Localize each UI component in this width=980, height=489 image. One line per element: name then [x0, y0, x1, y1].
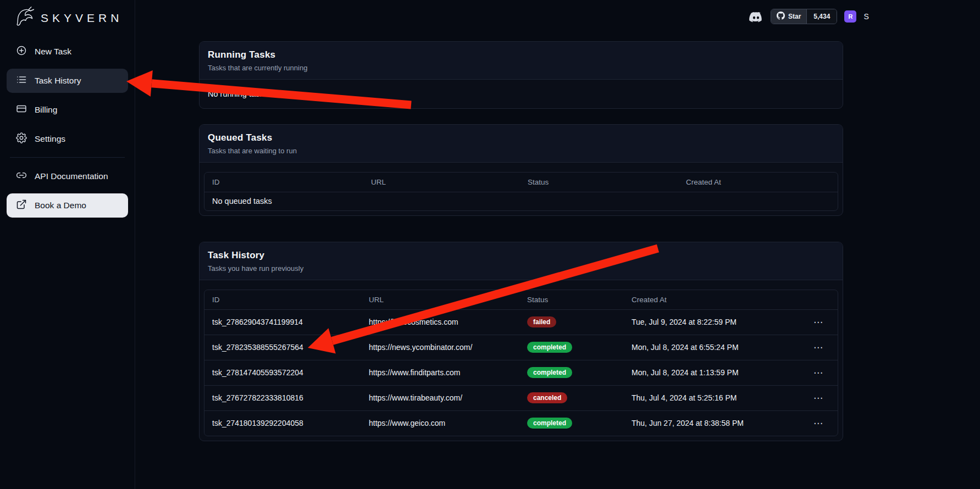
- table-row[interactable]: tsk_278235388555267564 https://news.ycom…: [204, 335, 838, 360]
- gear-icon: [16, 132, 27, 146]
- card-subtitle: Tasks you have run previously: [208, 264, 834, 273]
- github-star-button[interactable]: Star 5,434: [771, 9, 837, 24]
- column-header-id: ID: [204, 173, 363, 192]
- discord-icon[interactable]: [749, 11, 763, 23]
- row-menu-icon[interactable]: ⋯: [809, 341, 828, 354]
- task-history-card: Task History Tasks you have run previous…: [199, 242, 843, 442]
- status-badge: failed: [527, 316, 556, 327]
- task-created-at: Tue, Jul 9, 2024 at 8:22:59 PM: [624, 309, 801, 335]
- task-id: tsk_276727822333810816: [204, 385, 361, 410]
- queued-tasks-table: ID URL Status Created At No queued tasks: [204, 172, 838, 211]
- main-content: Running Tasks Tasks that are currently r…: [199, 0, 843, 441]
- table-row[interactable]: tsk_274180139292204058 https://www.geico…: [204, 410, 838, 436]
- topbar: Star 5,434 R S: [749, 9, 869, 24]
- queued-tasks-empty-text: No queued tasks: [204, 192, 838, 210]
- queued-tasks-card: Queued Tasks Tasks that are waiting to r…: [199, 124, 843, 216]
- status-badge: completed: [527, 367, 572, 378]
- running-tasks-header: Running Tasks Tasks that are currently r…: [200, 42, 843, 80]
- sidebar-item-task-history[interactable]: Task History: [7, 69, 128, 93]
- column-header-url: URL: [361, 290, 519, 310]
- column-header-url: URL: [363, 173, 520, 192]
- task-url: https://www.tirabeauty.com/: [361, 385, 519, 410]
- status-badge: completed: [527, 418, 572, 429]
- table-row[interactable]: tsk_278147405593572204 https://www.findi…: [204, 360, 838, 385]
- card-title: Task History: [208, 250, 834, 261]
- credit-card-icon: [16, 103, 27, 116]
- table-row[interactable]: tsk_278629043741199914 https://kyliecosm…: [204, 309, 838, 335]
- task-created-at: Thu, Jun 27, 2024 at 8:38:58 PM: [624, 410, 801, 436]
- card-title: Queued Tasks: [208, 132, 834, 143]
- sidebar: SKYVERN New Task Task History Billing: [0, 0, 135, 489]
- sidebar-item-label: Billing: [35, 105, 57, 115]
- sidebar-item-label: Settings: [35, 134, 65, 144]
- card-subtitle: Tasks that are waiting to run: [208, 147, 834, 155]
- column-header-created: Created At: [678, 173, 838, 192]
- task-created-at: Mon, Jul 8, 2024 at 6:55:24 PM: [624, 335, 801, 360]
- column-header-actions: [801, 290, 838, 310]
- column-header-status: Status: [519, 290, 624, 310]
- github-icon: [777, 12, 785, 21]
- github-star-label: Star: [788, 13, 801, 20]
- sidebar-divider: [10, 157, 125, 158]
- external-link-icon: [16, 199, 27, 212]
- column-header-created: Created At: [624, 290, 801, 310]
- status-badge: canceled: [527, 392, 567, 403]
- sidebar-item-settings[interactable]: Settings: [7, 127, 128, 151]
- app-root: SKYVERN New Task Task History Billing: [0, 0, 980, 489]
- plus-circle-icon: [16, 45, 27, 58]
- task-url: https://www.geico.com: [361, 410, 519, 436]
- sidebar-item-billing[interactable]: Billing: [7, 98, 128, 122]
- app-title: SKYVERN: [41, 12, 123, 25]
- task-id: tsk_278629043741199914: [204, 309, 361, 335]
- running-tasks-card: Running Tasks Tasks that are currently r…: [199, 41, 843, 109]
- link-icon: [16, 170, 27, 183]
- task-url: https://www.finditparts.com: [361, 360, 519, 385]
- row-menu-icon[interactable]: ⋯: [809, 315, 828, 329]
- empty-row: No queued tasks: [204, 192, 838, 210]
- task-url: https://news.ycombinator.com/: [361, 335, 519, 360]
- running-tasks-empty-text: No running tasks: [200, 80, 843, 108]
- row-menu-icon[interactable]: ⋯: [809, 366, 828, 380]
- sidebar-item-new-task[interactable]: New Task: [7, 40, 128, 64]
- queued-tasks-header: Queued Tasks Tasks that are waiting to r…: [200, 125, 843, 163]
- task-created-at: Thu, Jul 4, 2024 at 5:25:16 PM: [624, 385, 801, 410]
- sidebar-item-label: Book a Demo: [35, 201, 86, 210]
- task-created-at: Mon, Jul 8, 2024 at 1:13:59 PM: [624, 360, 801, 385]
- sidebar-item-label: API Documentation: [35, 171, 108, 181]
- card-title: Running Tasks: [208, 49, 834, 60]
- github-star-count: 5,434: [806, 9, 837, 24]
- sidebar-nav: New Task Task History Billing Settings: [0, 40, 135, 218]
- task-history-header: Task History Tasks you have run previous…: [200, 242, 843, 280]
- sidebar-item-book-a-demo[interactable]: Book a Demo: [7, 193, 128, 218]
- list-icon: [16, 74, 27, 87]
- task-id: tsk_278147405593572204: [204, 360, 361, 385]
- task-id: tsk_274180139292204058: [204, 410, 361, 436]
- column-header-id: ID: [204, 290, 361, 310]
- sidebar-item-api-documentation[interactable]: API Documentation: [7, 164, 128, 188]
- sidebar-item-label: New Task: [35, 47, 71, 57]
- column-header-status: Status: [520, 173, 678, 192]
- task-url: https://kyliecosmetics.com: [361, 309, 519, 335]
- task-history-table: ID URL Status Created At tsk_27862904374…: [204, 290, 838, 437]
- user-avatar[interactable]: R: [844, 10, 856, 23]
- skyvern-logo[interactable]: SKYVERN: [0, 0, 135, 31]
- status-badge: completed: [527, 342, 572, 353]
- card-subtitle: Tasks that are currently running: [208, 64, 834, 72]
- skyvern-dragon-icon: [12, 5, 36, 31]
- clipped-username-text: S: [863, 12, 868, 21]
- task-id: tsk_278235388555267564: [204, 335, 361, 360]
- row-menu-icon[interactable]: ⋯: [809, 391, 828, 405]
- sidebar-item-label: Task History: [35, 76, 81, 86]
- row-menu-icon[interactable]: ⋯: [809, 416, 828, 430]
- table-row[interactable]: tsk_276727822333810816 https://www.tirab…: [204, 385, 838, 410]
